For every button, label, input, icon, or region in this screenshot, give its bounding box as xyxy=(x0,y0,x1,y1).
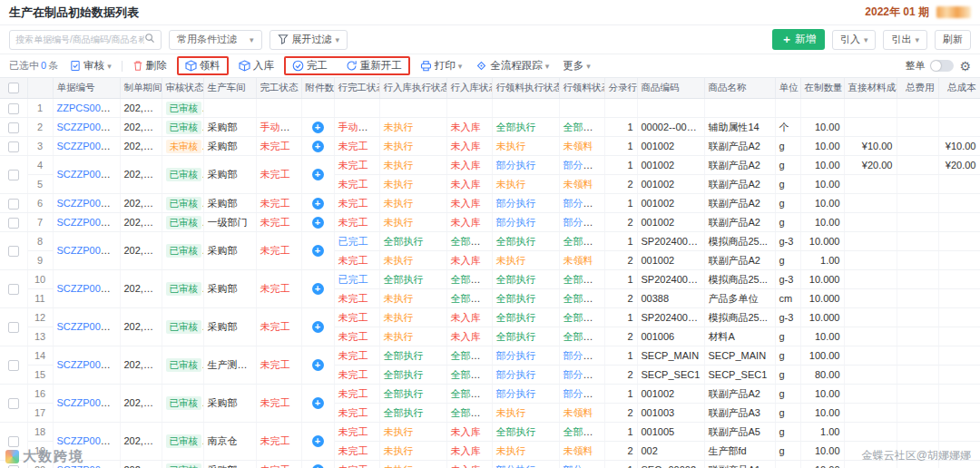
cell-line-finish: 未完工 xyxy=(334,174,379,193)
table-row: 14SCZZP00068202,201已审核生产测试部门未完工+未完工全部执行全… xyxy=(0,346,980,365)
row-checkbox[interactable] xyxy=(8,218,19,229)
more-button[interactable]: 更多 ▾ xyxy=(559,59,594,73)
doc-link[interactable]: SCZZP00082 xyxy=(57,321,118,332)
restart-button[interactable]: 重新开工 xyxy=(342,59,406,73)
cell-picking-exec: 全部执行 xyxy=(492,327,559,346)
cell-material-cost xyxy=(844,327,897,346)
trash-icon xyxy=(132,60,143,72)
doc-link[interactable]: SCZZP00089 xyxy=(57,122,118,132)
cell-doc-id: SCZZP00085 xyxy=(53,212,120,231)
cell-workshop: 采购部 xyxy=(203,269,256,307)
audit-button[interactable]: 审核 ▾ xyxy=(66,59,115,73)
add-attachment-button[interactable]: + xyxy=(312,359,324,371)
row-checkbox[interactable] xyxy=(8,465,19,468)
cell-unit: g-3 xyxy=(775,269,800,288)
add-attachment-button[interactable]: + xyxy=(312,464,324,468)
common-filter-select[interactable]: 常用条件过滤▾ xyxy=(169,30,262,50)
page-title: 生产在制品初始数据列表 xyxy=(9,5,139,21)
checkbox-cell xyxy=(0,155,27,193)
row-checkbox[interactable] xyxy=(8,199,19,210)
cell-inbound-exec: 未执行 xyxy=(379,441,446,460)
delete-button[interactable]: 删除 xyxy=(129,59,171,73)
row-checkbox[interactable] xyxy=(8,141,19,152)
whole-doc-toggle[interactable] xyxy=(930,60,954,72)
row-number: 7 xyxy=(27,212,53,231)
cell-doc-id: SCZZP00083 xyxy=(53,269,120,307)
cell-entry-no: 2 xyxy=(604,327,637,346)
cell-total-cost xyxy=(938,193,980,212)
cell-qty: 10.000 xyxy=(800,269,844,288)
doc-link[interactable]: SCZZP00084 xyxy=(57,245,118,256)
doc-link[interactable]: SCZZP00086 xyxy=(57,198,118,209)
add-attachment-button[interactable]: + xyxy=(312,169,324,180)
cell-picking-exec xyxy=(492,98,559,117)
picking-button[interactable]: 领料 xyxy=(181,59,224,73)
cell-material-cost xyxy=(844,212,897,231)
row-checkbox[interactable] xyxy=(8,322,19,333)
add-attachment-button[interactable]: + xyxy=(312,122,324,133)
expand-filter-button[interactable]: 展开过滤 ▾ xyxy=(270,30,348,50)
export-button[interactable]: 引出▾ xyxy=(883,30,927,50)
cell-audit-status: 已审核 xyxy=(162,155,203,193)
doc-link[interactable]: SCZZP00064 xyxy=(57,397,118,408)
add-attachment-button[interactable]: + xyxy=(312,435,324,447)
gear-icon[interactable]: ⚙ xyxy=(959,60,971,73)
cell-qty: 10.000 xyxy=(800,231,844,250)
blurred-user-badge xyxy=(936,6,971,18)
add-attachment-button[interactable]: + xyxy=(312,245,324,257)
row-checkbox[interactable] xyxy=(8,436,19,447)
cell-total-fee xyxy=(897,212,938,231)
table-row: 8SCZZP00084202,201已审核采购部未完工+已完工全部执行全部入库全… xyxy=(0,231,980,250)
column-header: 审核状态 xyxy=(162,78,203,98)
chevron-down-icon: ▾ xyxy=(864,35,868,44)
inbound-button[interactable]: 入库 xyxy=(235,59,278,73)
cell-period: 202,201 xyxy=(120,384,162,422)
row-checkbox[interactable] xyxy=(8,122,19,133)
doc-link[interactable]: SCZZP00085 xyxy=(57,217,118,228)
action-toolbar: 已选中0条 审核 ▾ 删除 领料 入库 完工 重新开工 打印 ▾ xyxy=(0,54,980,78)
search-input[interactable]: 搜索单据编号/商品编码/商品名称/车间 xyxy=(9,30,162,50)
doc-link[interactable]: SCZZP00083 xyxy=(57,283,118,294)
add-attachment-button[interactable]: + xyxy=(312,397,324,409)
cell-unit: g xyxy=(775,136,800,155)
cell-entry-no: 1 xyxy=(604,422,637,441)
add-attachment-button[interactable]: + xyxy=(312,321,324,333)
cell-picking-exec: 部分执行 xyxy=(492,365,559,384)
doc-link[interactable]: SCZZP00062 xyxy=(57,435,118,446)
table-row: 20SCZZP00060202,201已审核采购部未完工+未完工未执行未入库部分… xyxy=(0,460,980,468)
import-button[interactable]: 引入▾ xyxy=(832,30,877,50)
cell-picking-exec: 全部执行 xyxy=(492,117,559,136)
doc-link[interactable]: SCZZP00088 xyxy=(57,141,118,151)
cell-item-name: 辅助属性14 xyxy=(704,117,775,136)
column-header: 直接材料成本 xyxy=(844,78,897,98)
doc-link[interactable]: SCZZP00087 xyxy=(57,169,118,180)
finish-button[interactable]: 完工 xyxy=(289,59,331,73)
cell-picking-status: 全部领料 xyxy=(559,288,604,307)
add-button[interactable]: ＋新增 xyxy=(772,29,825,50)
doc-link[interactable]: ZZPCS00037 xyxy=(57,102,118,113)
divider xyxy=(122,61,122,72)
row-checkbox[interactable] xyxy=(8,398,19,409)
row-checkbox[interactable] xyxy=(8,360,19,371)
add-attachment-button[interactable]: + xyxy=(312,283,324,295)
row-checkbox[interactable] xyxy=(8,284,19,295)
print-button[interactable]: 打印 ▾ xyxy=(416,59,466,73)
refresh-button[interactable]: 刷新 xyxy=(935,30,971,50)
select-all-checkbox[interactable] xyxy=(8,83,19,93)
trace-button[interactable]: 全流程跟踪 ▾ xyxy=(472,59,553,73)
add-attachment-button[interactable]: + xyxy=(312,141,324,152)
cell-doc-id: SCZZP00064 xyxy=(53,384,120,422)
checkbox-cell xyxy=(0,231,27,269)
cell-inbound-exec: 未执行 xyxy=(379,422,446,441)
cell-total-cost xyxy=(938,403,980,422)
row-checkbox[interactable] xyxy=(8,170,19,180)
cell-period: 202,201 xyxy=(120,117,162,136)
add-attachment-button[interactable]: + xyxy=(312,217,324,229)
add-attachment-button[interactable]: + xyxy=(312,198,324,210)
row-checkbox[interactable] xyxy=(8,246,19,257)
doc-link[interactable]: SCZZP00068 xyxy=(57,359,118,370)
row-checkbox[interactable] xyxy=(8,103,19,114)
cell-entry-no: 2 xyxy=(604,403,637,422)
cell-inbound-status: 未入库 xyxy=(446,174,492,193)
column-header: 附件数 xyxy=(301,78,334,98)
